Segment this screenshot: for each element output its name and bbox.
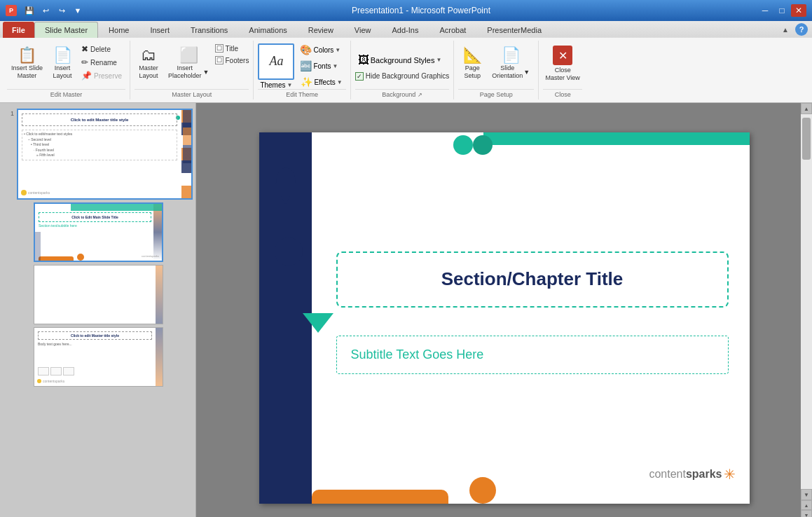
title-bar-left: P 💾 ↩ ↪ ▼	[6, 4, 85, 18]
master-layout-button[interactable]: 🗂 MasterLayout	[135, 43, 163, 85]
slide-title-box[interactable]: Section/Chapter Title	[336, 251, 729, 308]
slide-subtitle-box[interactable]: Subtitle Text Goes Here	[336, 336, 729, 374]
minimize-button[interactable]: ─	[757, 4, 773, 17]
master-layout-label: MasterLayout	[139, 64, 158, 80]
slide-orientation-label: SlideOrientation ▼	[492, 64, 530, 80]
master-layout-buttons: 🗂 MasterLayout ⬜ InsertPlaceholder ▼ ☐ T…	[135, 41, 249, 89]
slide-1-num: 1	[3, 109, 14, 117]
quick-access-toolbar: 💾 ↩ ↪ ▼	[22, 4, 85, 18]
tab-presenter-media[interactable]: PresenterMedia	[476, 22, 552, 38]
preserve-button[interactable]: 📌 Preserve	[78, 69, 125, 82]
footers-checkbox-box: ☐	[215, 56, 223, 64]
themes-letter: Aa	[269, 54, 283, 69]
scroll-down-small[interactable]: ▼	[801, 510, 812, 517]
background-group-label: Background ↗	[355, 89, 450, 99]
tab-home[interactable]: Home	[98, 22, 139, 38]
collapse-ribbon-button[interactable]: ▲	[778, 22, 792, 36]
fonts-button[interactable]: 🔤 Fonts ▼	[297, 59, 345, 73]
right-scrollbar[interactable]: ▲ ▼ ▲ ▼	[801, 103, 812, 517]
fonts-icon: 🔤	[300, 60, 312, 71]
edit-master-group-label: Edit Master	[7, 89, 125, 99]
close-buttons: ✕ CloseMaster View	[543, 41, 582, 89]
slide-orientation-button[interactable]: 📄 SlideOrientation ▼	[488, 43, 534, 85]
close-master-view-button[interactable]: ✕ CloseMaster View	[543, 43, 582, 85]
insert-layout-icon: 📄	[53, 48, 72, 63]
insert-layout-button[interactable]: 📄 InsertLayout	[48, 43, 76, 85]
background-styles-dropdown: ▼	[436, 57, 441, 63]
effects-button[interactable]: ✨ Effects ▼	[297, 75, 345, 89]
background-styles-button[interactable]: 🖼 Background Styles ▼	[355, 53, 445, 68]
slide-subtitle-text: Subtitle Text Goes Here	[351, 347, 484, 362]
title-checkbox[interactable]: ☐ Title	[215, 43, 249, 54]
help-button[interactable]: ?	[795, 23, 808, 36]
tab-slide-master[interactable]: Slide Master	[34, 22, 98, 38]
slide-thumb-4[interactable]: Click to edit Master title style Body te…	[34, 327, 163, 387]
slide-thumb-2[interactable]: Click to Edit Main Slide Title Section t…	[34, 202, 163, 262]
insert-layout-label: InsertLayout	[53, 64, 72, 80]
tab-review[interactable]: Review	[298, 22, 344, 38]
scroll-up-small[interactable]: ▲	[801, 500, 812, 510]
ribbon-group-master-layout: 🗂 MasterLayout ⬜ InsertPlaceholder ▼ ☐ T…	[132, 41, 254, 99]
close-master-view-label: CloseMaster View	[546, 67, 580, 82]
insert-slide-master-label: Insert SlideMaster	[11, 64, 43, 80]
background-styles-icon: 🖼	[358, 54, 369, 67]
close-master-view-icon: ✕	[553, 46, 572, 65]
layout-checkboxes: ☐ Title ☐ Footers	[215, 43, 249, 66]
scroll-up-button[interactable]: ▲	[801, 103, 812, 114]
insert-slide-master-icon: 📋	[18, 48, 36, 63]
dark-circle	[275, 237, 303, 266]
bottom-orange-bar	[312, 490, 448, 504]
slide-canvas[interactable]: Section/Chapter Title Subtitle Text Goes…	[259, 132, 750, 504]
undo-button[interactable]: ↩	[39, 4, 53, 18]
logo-content-text: content	[649, 468, 685, 481]
main-area: 1 Click to edit Master title style • Cli…	[0, 103, 812, 517]
maximize-button[interactable]: □	[774, 4, 790, 17]
delete-button[interactable]: ✖ Delete	[78, 43, 125, 55]
tab-view[interactable]: View	[344, 22, 382, 38]
ribbon-group-close: ✕ CloseMaster View Close	[540, 41, 586, 99]
rename-icon: ✏	[81, 57, 88, 67]
footers-checkbox[interactable]: ☐ Footers	[215, 55, 249, 66]
preserve-label: Preserve	[94, 72, 122, 80]
ribbon: File Slide Master Home Insert Transition…	[0, 21, 812, 103]
page-setup-buttons: 📐 PageSetup 📄 SlideOrientation ▼	[458, 41, 534, 89]
background-buttons: 🖼 Background Styles ▼ ✓ Hide Background …	[355, 41, 450, 89]
slide-thumb-3[interactable]	[34, 265, 163, 324]
effects-icon: ✨	[301, 76, 312, 88]
insert-slide-master-button[interactable]: 📋 Insert SlideMaster	[7, 43, 47, 85]
tab-transitions[interactable]: Transitions	[180, 22, 238, 38]
redo-button[interactable]: ↪	[55, 4, 69, 18]
tab-file[interactable]: File	[3, 22, 34, 38]
edit-master-col: ✖ Delete ✏ Rename 📌 Preserve	[78, 43, 125, 82]
scroll-thumb-v[interactable]	[802, 118, 811, 160]
colors-button[interactable]: 🎨 Colors ▼	[297, 43, 345, 57]
save-button[interactable]: 💾	[22, 4, 36, 18]
qa-dropdown[interactable]: ▼	[71, 4, 85, 18]
tab-animations[interactable]: Animations	[238, 22, 297, 38]
master-layout-icon: 🗂	[141, 48, 156, 63]
scroll-down-button[interactable]: ▼	[801, 489, 812, 500]
page-setup-button[interactable]: 📐 PageSetup	[458, 43, 486, 85]
tab-acrobat[interactable]: Acrobat	[429, 22, 476, 38]
logo-text: content sparks ✳	[649, 466, 735, 483]
themes-label-row: Themes ▼	[260, 81, 292, 89]
rename-label: Rename	[90, 59, 117, 67]
close-window-button[interactable]: ✕	[791, 4, 806, 17]
tab-insert[interactable]: Insert	[139, 22, 180, 38]
themes-button[interactable]: Aa Themes ▼	[258, 43, 294, 89]
insert-placeholder-button[interactable]: ⬜ InsertPlaceholder ▼	[164, 43, 213, 85]
logo-sparks-text: sparks	[686, 468, 722, 481]
teal-arrow-down	[303, 313, 333, 333]
ribbon-group-edit-master: 📋 Insert SlideMaster 📄 InsertLayout ✖ De…	[4, 41, 130, 99]
hide-background-checkbox[interactable]: ✓ Hide Background Graphics	[355, 71, 450, 82]
background-expand-icon[interactable]: ↗	[418, 92, 422, 98]
slide-panel[interactable]: 1 Click to edit Master title style • Cli…	[0, 103, 196, 517]
slide-orientation-icon: 📄	[502, 48, 521, 63]
window-controls: ─ □ ✕	[757, 4, 806, 17]
themes-label: Themes	[260, 81, 285, 89]
edit-master-buttons: 📋 Insert SlideMaster 📄 InsertLayout ✖ De…	[7, 41, 125, 89]
rename-button[interactable]: ✏ Rename	[78, 56, 125, 69]
tab-addins[interactable]: Add-Ins	[382, 22, 429, 38]
slide-thumb-1[interactable]: Click to edit Master title style • Click…	[17, 109, 193, 200]
edit-theme-group-label: Edit Theme	[258, 89, 345, 99]
